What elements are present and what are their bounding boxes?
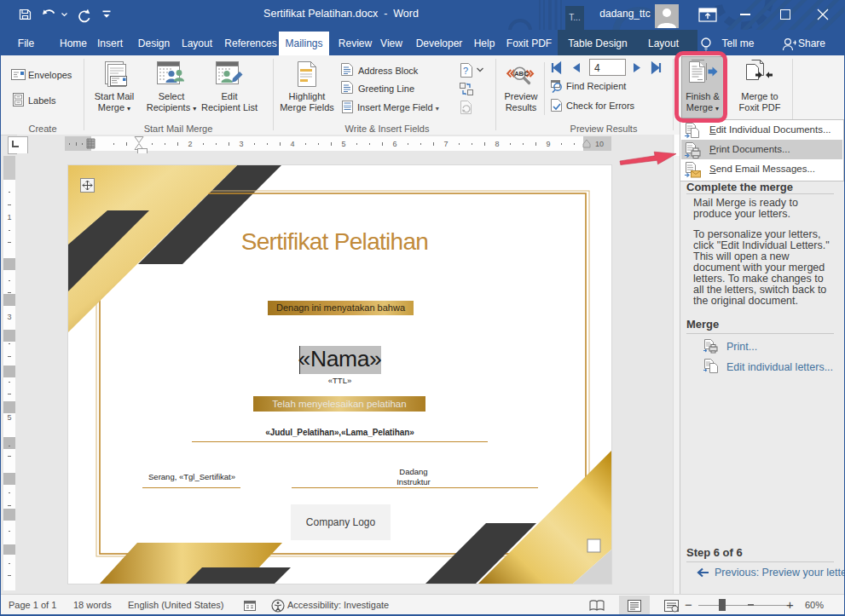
svg-text:ABC: ABC [514, 70, 529, 78]
svg-text:9: 9 [546, 140, 550, 148]
svg-text:?: ? [463, 66, 468, 76]
svg-text:4: 4 [290, 140, 294, 148]
svg-text:5: 5 [7, 413, 11, 422]
svg-text:1: 1 [7, 213, 11, 222]
svg-text:10: 10 [595, 140, 604, 148]
svg-text:3: 3 [7, 313, 11, 321]
svg-text:8: 8 [495, 140, 499, 148]
svg-text:6: 6 [392, 140, 396, 148]
svg-text:5: 5 [341, 140, 345, 148]
svg-text:3: 3 [239, 140, 243, 148]
svg-text:7: 7 [443, 140, 448, 148]
svg-text:2: 2 [188, 140, 192, 148]
